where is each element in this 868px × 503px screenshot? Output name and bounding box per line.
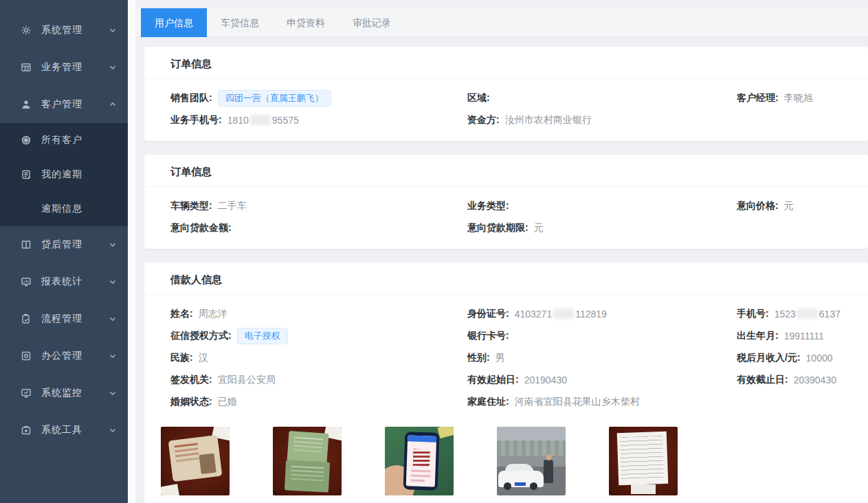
chevron-down-icon [109, 241, 117, 249]
sidebar-item-label: 办公管理 [41, 350, 109, 362]
field-intent-loan-term: 意向贷款期限: 元 [467, 217, 737, 239]
thumbnail-person-with-car[interactable]: 人车合影 [497, 427, 566, 503]
field-sales-team: 销售团队: 四团一营（直属王鹏飞） [170, 87, 467, 109]
field-vehicle-type: 车辆类型: 二手车 [170, 195, 467, 217]
borrower-info-card: 借款人信息 姓名: 周志洋 身份证号: 4103271112819 手机号: 1… [144, 262, 868, 503]
sidebar-item-process-management[interactable]: 流程管理 [0, 300, 128, 337]
sidebar-content-divider [128, 0, 135, 503]
notebook-icon [21, 169, 32, 180]
field-name: 姓名: 周志洋 [170, 303, 467, 325]
chevron-down-icon [109, 63, 117, 71]
chevron-down-icon [109, 352, 117, 360]
field-mobile: 手机号: 15236137 [737, 303, 854, 325]
id-card-photo [161, 427, 230, 495]
field-birth: 出生年月: 19911111 [737, 325, 854, 347]
document-photos: 本人照 智能双证件 [144, 423, 868, 503]
report-monitor-icon [21, 276, 32, 287]
thumbnail-id-card[interactable]: 本人照 [161, 427, 230, 503]
tab-user-info[interactable]: 用户信息 [141, 8, 207, 37]
sidebar-submenu-customer: 所有客户 我的逾期 逾期信息 [0, 123, 128, 226]
tab-loan-application-docs[interactable]: 申贷资料 [273, 8, 339, 37]
sidebar-item-system-tools[interactable]: 系统工具 [0, 412, 128, 449]
sidebar-item-label: 系统管理 [41, 24, 109, 36]
field-business-type: 业务类型: [467, 195, 737, 217]
gear-icon [21, 25, 32, 36]
sidebar-item-label: 客户管理 [41, 98, 109, 111]
field-business-phone: 业务手机号: 181095575 [170, 109, 467, 131]
loan-intent-card: 订单信息 车辆类型: 二手车 业务类型: 意向价格: 元 意向贷款金额: [144, 155, 868, 249]
field-id-number: 身份证号: 4103271112819 [467, 303, 737, 325]
field-ethnicity: 民族: 汉 [170, 347, 467, 369]
office-icon [21, 350, 32, 361]
card-title: 订单信息 [144, 47, 868, 79]
credit-auth-tag: 电子授权 [237, 328, 288, 344]
main-content: 用户信息 车贷信息 申贷资料 审批记录 订单信息 销售团队: 四团一营（直属王鹏… [135, 0, 868, 503]
redacted-digits [797, 309, 818, 319]
field-bank-card: 银行卡号: [467, 325, 737, 347]
chevron-down-icon [109, 389, 117, 397]
sidebar: 系统管理 业务管理 客户管理 所有客户 我的逾期 逾期信息 [0, 0, 128, 503]
field-account-manager: 客户经理: 李晓旭 [737, 87, 854, 109]
field-funder: 资金方: 汝州市农村商业银行 [467, 109, 737, 131]
tab-car-loan-info[interactable]: 车贷信息 [207, 8, 273, 37]
field-region: 区域: [467, 87, 737, 109]
sidebar-item-system-monitor[interactable]: 系统监控 [0, 375, 128, 412]
sidebar-item-my-overdue[interactable]: 我的逾期 [0, 157, 128, 192]
sidebar-item-all-customers[interactable]: 所有客户 [0, 123, 128, 157]
sidebar-item-label: 流程管理 [41, 313, 109, 325]
sidebar-item-office-management[interactable]: 办公管理 [0, 337, 128, 375]
sidebar-item-system-management[interactable]: 系统管理 [0, 12, 128, 49]
thumbnail-handwritten-doc[interactable]: 其他资料 [609, 427, 678, 503]
sidebar-item-label: 贷后管理 [41, 238, 109, 251]
chevron-down-icon [109, 426, 117, 434]
person-with-car-photo [497, 427, 566, 495]
clipboard-icon [21, 313, 32, 324]
grid-icon [21, 62, 32, 73]
field-valid-from: 有效起始日: 20190430 [467, 369, 737, 391]
chevron-down-icon [109, 315, 117, 323]
monitor-check-icon [21, 388, 32, 399]
household-booklet-photo [273, 427, 342, 495]
tab-approval-records[interactable]: 审批记录 [339, 8, 405, 37]
sidebar-item-report-statistics[interactable]: 报表统计 [0, 263, 128, 300]
sidebar-item-label: 报表统计 [41, 276, 109, 288]
chevron-down-icon [109, 26, 117, 34]
phone-qr-auth-photo [385, 427, 454, 495]
sidebar-item-label: 我的逾期 [41, 168, 117, 181]
card-title: 借款人信息 [144, 262, 868, 295]
field-marital-status: 婚姻状态: 已婚 [170, 391, 467, 413]
sidebar-item-overdue-info[interactable]: 逾期信息 [0, 192, 128, 226]
sidebar-item-customer-management[interactable]: 客户管理 [0, 86, 128, 123]
user-icon [21, 99, 32, 110]
field-valid-to: 有效截止日: 20390430 [737, 369, 854, 391]
sidebar-item-business-management[interactable]: 业务管理 [0, 49, 128, 86]
field-issue-authority: 签发机关: 宜阳县公安局 [170, 369, 467, 391]
field-home-address: 家庭住址: 河南省宜阳县花果山乡木柴村 [467, 391, 737, 413]
thumbnail-household-booklet[interactable]: 智能双证件 [273, 427, 342, 503]
redacted-digits [553, 309, 574, 319]
toolbox-icon [21, 425, 32, 436]
sidebar-item-label: 系统工具 [41, 424, 109, 436]
field-intent-loan-amount: 意向贷款金额: [170, 217, 467, 239]
sidebar-item-post-loan-management[interactable]: 贷后管理 [0, 226, 128, 263]
chevron-down-icon [109, 278, 117, 286]
sidebar-item-label: 业务管理 [41, 61, 109, 74]
sidebar-item-label: 逾期信息 [41, 203, 117, 215]
sales-team-tag: 四团一营（直属王鹏飞） [218, 90, 331, 107]
customers-icon [21, 135, 32, 146]
handwritten-document-photo [609, 427, 678, 495]
redacted-digits [250, 115, 271, 125]
sidebar-item-label: 所有客户 [41, 134, 117, 146]
sidebar-item-label: 系统监控 [41, 387, 109, 399]
field-credit-auth-method: 征信授权方式: 电子授权 [170, 325, 467, 347]
field-gender: 性别: 男 [467, 347, 737, 369]
book-icon [21, 239, 32, 250]
order-info-card: 订单信息 销售团队: 四团一营（直属王鹏飞） 区域: 客户经理: 李晓旭 业务手… [144, 47, 868, 141]
detail-tabbar: 用户信息 车贷信息 申贷资料 审批记录 [135, 8, 868, 37]
field-income: 税后月收入/元: 10000 [737, 347, 854, 369]
thumbnail-phone-auth[interactable]: 授权截图 [385, 427, 454, 503]
card-title: 订单信息 [144, 155, 868, 187]
field-intent-price: 意向价格: 元 [737, 195, 854, 217]
chevron-up-icon [109, 100, 117, 109]
